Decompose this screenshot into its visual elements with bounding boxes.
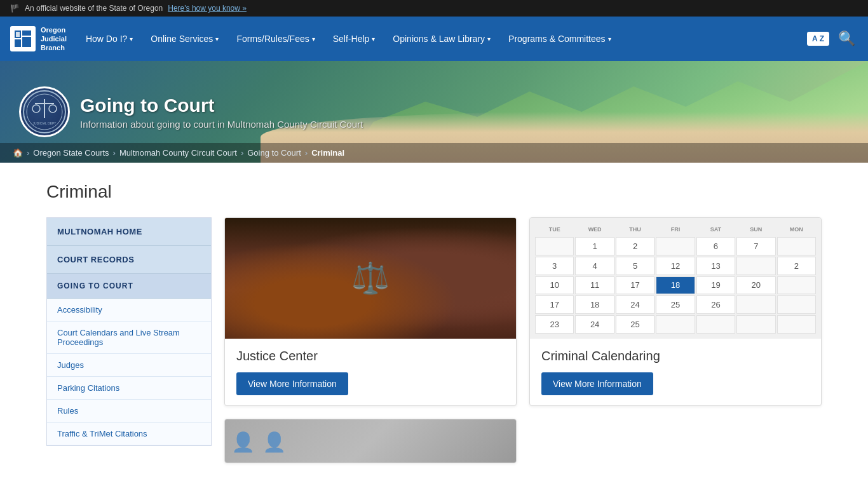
scales-icon: ⚖️ — [351, 261, 390, 296]
cal-header-sun: SUN — [736, 223, 775, 236]
nav-items: How Do I? ▾ Online Services ▾ Forms/Rule… — [77, 17, 801, 61]
cal-day — [656, 315, 695, 334]
hero-banner: JUDICIAL DEPT Going to Court Information… — [0, 61, 868, 163]
card-justice-center: ⚖️ Justice Center View More Information — [224, 217, 517, 406]
translate-button[interactable]: A Z — [807, 32, 829, 46]
cal-day — [656, 237, 695, 255]
person-icon-2: 👤 — [262, 431, 286, 453]
cal-header-wed: WED — [575, 223, 614, 236]
cal-day: 6 — [696, 237, 735, 255]
cal-day: 24 — [575, 315, 614, 334]
card-criminal-calendaring: TUE WED THU FRI SAT SUN MON 1 2 6 7 — [529, 217, 822, 406]
cal-day: 2 — [777, 257, 816, 275]
sidebar-link-judges[interactable]: Judges — [47, 354, 211, 377]
cal-header-thu: THU — [616, 223, 654, 236]
card-justice-center-body: Justice Center View More Information — [225, 339, 516, 405]
judicial-seal: JUDICIAL DEPT — [19, 86, 70, 137]
nav-logo[interactable]: Oregon Judicial Branch — [0, 25, 77, 53]
hero-subtitle: Information about going to court in Mult… — [80, 119, 363, 130]
cal-day: 23 — [535, 315, 574, 334]
cal-day: 4 — [575, 257, 614, 275]
cal-day: 12 — [656, 257, 695, 275]
cal-day: 10 — [535, 276, 574, 295]
sidebar-link-rules[interactable]: Rules — [47, 400, 211, 423]
sidebar-link-traffic-citations[interactable]: Traffic & TriMet Citations — [47, 423, 211, 445]
sidebar-court-records[interactable]: COURT RECORDS — [47, 246, 211, 274]
search-button[interactable]: 🔍 — [832, 27, 862, 51]
gov-bar-link[interactable]: Here's how you know » — [168, 4, 247, 13]
cards-grid: ⚖️ Justice Center View More Information … — [224, 217, 822, 463]
card-justice-center-button[interactable]: View More Information — [236, 372, 348, 395]
nav-right: A Z 🔍 — [801, 27, 868, 51]
nav-item-forms[interactable]: Forms/Rules/Fees ▾ — [227, 17, 323, 61]
cal-day — [777, 237, 816, 255]
card-criminal-calendaring-image: TUE WED THU FRI SAT SUN MON 1 2 6 7 — [530, 218, 821, 339]
cal-day: 24 — [616, 295, 654, 314]
cal-day: 26 — [696, 295, 735, 314]
gov-bar-text: An official website of the State of Oreg… — [25, 4, 163, 13]
page-title: Criminal — [46, 182, 822, 202]
cal-day — [777, 276, 816, 295]
card-partial-left: 👤 👤 — [224, 419, 517, 463]
cal-day: 19 — [696, 276, 735, 295]
card-justice-center-title: Justice Center — [236, 349, 505, 363]
cal-header-fri: FRI — [656, 223, 695, 236]
cal-day — [736, 257, 775, 275]
main-nav: Oregon Judicial Branch How Do I? ▾ Onlin… — [0, 17, 868, 61]
hero-text: Going to Court Information about going t… — [80, 95, 363, 130]
nav-item-programs[interactable]: Programs & Committees ▾ — [499, 17, 620, 61]
svg-rect-4 — [16, 32, 20, 37]
svg-point-9 — [32, 105, 40, 112]
chevron-icon: ▾ — [608, 36, 611, 43]
cal-day: 25 — [656, 295, 695, 314]
cal-day: 20 — [736, 276, 775, 295]
cal-day: 18 — [575, 295, 614, 314]
svg-point-10 — [49, 105, 57, 112]
cal-header-tue: TUE — [535, 223, 574, 236]
cal-day: 25 — [616, 315, 654, 334]
cal-day: 5 — [616, 257, 654, 275]
person-icon-1: 👤 — [231, 431, 255, 453]
cal-day — [696, 315, 735, 334]
svg-text:JUDICIAL DEPT: JUDICIAL DEPT — [33, 121, 57, 125]
sidebar-link-court-calendars[interactable]: Court Calendars and Live Stream Proceedi… — [47, 322, 211, 354]
cal-header-sat: SAT — [696, 223, 735, 236]
sidebar-link-parking-citations[interactable]: Parking Citations — [47, 377, 211, 400]
cal-day: 2 — [616, 237, 654, 255]
card-criminal-calendaring-title: Criminal Calendaring — [541, 349, 810, 363]
page-content: Criminal MULTNOMAH HOME COURT RECORDS GO… — [34, 163, 834, 482]
chevron-icon: ▾ — [312, 36, 315, 43]
nav-item-online-services[interactable]: Online Services ▾ — [142, 17, 227, 61]
cal-day — [777, 295, 816, 314]
sidebar-going-to-court-header: GOING TO COURT — [47, 274, 211, 299]
svg-rect-3 — [15, 39, 21, 47]
cal-day: 7 — [736, 237, 775, 255]
sidebar-multnomah-home[interactable]: MULTNOMAH HOME — [47, 218, 211, 246]
cal-day — [777, 315, 816, 334]
svg-rect-1 — [22, 30, 31, 36]
card-criminal-calendaring-button[interactable]: View More Information — [541, 372, 653, 395]
nav-item-how-do-i[interactable]: How Do I? ▾ — [77, 17, 142, 61]
cal-day — [736, 315, 775, 334]
nav-item-self-help[interactable]: Self-Help ▾ — [324, 17, 384, 61]
cal-day: 17 — [535, 295, 574, 314]
cal-day: 17 — [616, 276, 654, 295]
chevron-icon: ▾ — [215, 36, 219, 43]
cal-day: 13 — [696, 257, 735, 275]
sidebar: MULTNOMAH HOME COURT RECORDS GOING TO CO… — [46, 217, 212, 446]
cal-day-today: 18 — [656, 276, 695, 295]
nav-item-opinions[interactable]: Opinions & Law Library ▾ — [384, 17, 499, 61]
chevron-icon: ▾ — [130, 36, 133, 43]
cal-day: 1 — [575, 237, 614, 255]
logo-icon — [10, 26, 36, 51]
flag-icon: 🏴 — [10, 4, 20, 13]
hero-content: JUDICIAL DEPT Going to Court Information… — [0, 74, 382, 150]
card-criminal-calendaring-body: Criminal Calendaring View More Informati… — [530, 339, 821, 405]
cal-day — [736, 295, 775, 314]
cal-day: 11 — [575, 276, 614, 295]
search-icon: 🔍 — [838, 30, 855, 46]
cal-day — [535, 237, 574, 255]
sidebar-link-accessibility[interactable]: Accessibility — [47, 299, 211, 322]
cal-day: 3 — [535, 257, 574, 275]
gov-bar: 🏴 An official website of the State of Or… — [0, 0, 868, 17]
